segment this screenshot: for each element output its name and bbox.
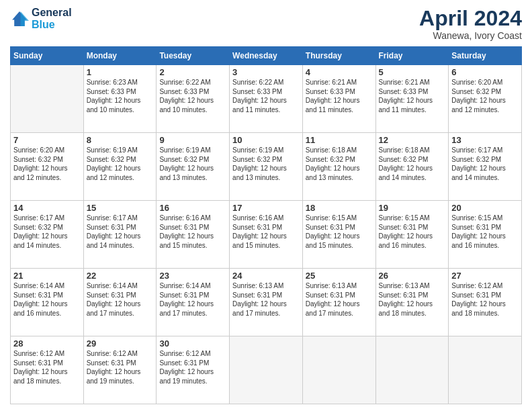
day-number: 26 bbox=[379, 271, 446, 281]
day-info: Sunrise: 6:17 AMSunset: 6:32 PMDaylight:… bbox=[451, 146, 519, 182]
calendar-cell bbox=[11, 65, 84, 133]
day-info: Sunrise: 6:12 AMSunset: 6:31 PMDaylight:… bbox=[13, 349, 81, 385]
day-info: Sunrise: 6:15 AMSunset: 6:31 PMDaylight:… bbox=[451, 214, 519, 250]
calendar-cell: 24Sunrise: 6:13 AMSunset: 6:31 PMDayligh… bbox=[230, 269, 303, 336]
calendar-cell: 10Sunrise: 6:19 AMSunset: 6:32 PMDayligh… bbox=[230, 133, 303, 201]
calendar-cell bbox=[302, 336, 375, 404]
calendar-cell: 19Sunrise: 6:15 AMSunset: 6:31 PMDayligh… bbox=[375, 201, 449, 269]
page-subtitle: Wanewa, Ivory Coast bbox=[419, 30, 522, 41]
day-number: 10 bbox=[232, 135, 300, 145]
day-info: Sunrise: 6:14 AMSunset: 6:31 PMDaylight:… bbox=[159, 281, 226, 318]
day-number: 3 bbox=[232, 67, 300, 77]
calendar-week-3: 14Sunrise: 6:17 AMSunset: 6:32 PMDayligh… bbox=[11, 201, 522, 269]
calendar-cell: 12Sunrise: 6:18 AMSunset: 6:32 PMDayligh… bbox=[375, 133, 449, 201]
day-number: 6 bbox=[451, 67, 519, 77]
day-number: 15 bbox=[87, 203, 154, 213]
day-number: 24 bbox=[232, 271, 300, 281]
calendar-cell: 29Sunrise: 6:12 AMSunset: 6:31 PMDayligh… bbox=[83, 336, 157, 404]
day-number: 27 bbox=[451, 271, 519, 281]
day-number: 25 bbox=[306, 271, 373, 281]
calendar-header-saturday: Saturday bbox=[449, 47, 522, 65]
calendar-cell: 1Sunrise: 6:23 AMSunset: 6:33 PMDaylight… bbox=[83, 65, 157, 133]
calendar-cell: 7Sunrise: 6:20 AMSunset: 6:32 PMDaylight… bbox=[11, 133, 84, 201]
day-number: 18 bbox=[306, 203, 373, 213]
day-number: 1 bbox=[87, 67, 154, 77]
day-info: Sunrise: 6:18 AMSunset: 6:32 PMDaylight:… bbox=[306, 146, 373, 182]
calendar-header-row: SundayMondayTuesdayWednesdayThursdayFrid… bbox=[11, 47, 522, 65]
day-info: Sunrise: 6:23 AMSunset: 6:33 PMDaylight:… bbox=[87, 78, 154, 114]
day-info: Sunrise: 6:13 AMSunset: 6:31 PMDaylight:… bbox=[232, 281, 300, 318]
calendar-cell: 26Sunrise: 6:13 AMSunset: 6:31 PMDayligh… bbox=[375, 269, 449, 336]
day-info: Sunrise: 6:14 AMSunset: 6:31 PMDaylight:… bbox=[87, 281, 154, 318]
calendar-header-tuesday: Tuesday bbox=[157, 47, 230, 65]
calendar-cell: 18Sunrise: 6:15 AMSunset: 6:31 PMDayligh… bbox=[302, 201, 375, 269]
calendar-cell: 14Sunrise: 6:17 AMSunset: 6:32 PMDayligh… bbox=[11, 201, 84, 269]
day-info: Sunrise: 6:16 AMSunset: 6:31 PMDaylight:… bbox=[232, 214, 300, 250]
calendar-cell: 13Sunrise: 6:17 AMSunset: 6:32 PMDayligh… bbox=[449, 133, 522, 201]
calendar-cell: 27Sunrise: 6:12 AMSunset: 6:31 PMDayligh… bbox=[449, 269, 522, 336]
calendar-cell: 17Sunrise: 6:16 AMSunset: 6:31 PMDayligh… bbox=[230, 201, 303, 269]
day-number: 8 bbox=[87, 135, 154, 145]
calendar-cell: 8Sunrise: 6:19 AMSunset: 6:32 PMDaylight… bbox=[83, 133, 157, 201]
calendar-header-sunday: Sunday bbox=[11, 47, 84, 65]
calendar-cell bbox=[375, 336, 449, 404]
page: General Blue April 2024 Wanewa, Ivory Co… bbox=[0, 0, 532, 411]
calendar-header-thursday: Thursday bbox=[302, 47, 375, 65]
day-number: 28 bbox=[13, 338, 81, 349]
day-info: Sunrise: 6:19 AMSunset: 6:32 PMDaylight:… bbox=[87, 146, 154, 182]
logo: General Blue bbox=[10, 7, 72, 30]
calendar-cell: 23Sunrise: 6:14 AMSunset: 6:31 PMDayligh… bbox=[157, 269, 230, 336]
calendar-cell: 30Sunrise: 6:12 AMSunset: 6:31 PMDayligh… bbox=[157, 336, 230, 404]
day-number: 5 bbox=[379, 67, 446, 77]
day-number: 16 bbox=[159, 203, 226, 213]
day-info: Sunrise: 6:22 AMSunset: 6:33 PMDaylight:… bbox=[232, 78, 300, 114]
day-number: 14 bbox=[13, 203, 81, 213]
day-number: 9 bbox=[159, 135, 226, 145]
day-info: Sunrise: 6:21 AMSunset: 6:33 PMDaylight:… bbox=[379, 78, 446, 114]
day-info: Sunrise: 6:13 AMSunset: 6:31 PMDaylight:… bbox=[379, 281, 446, 318]
day-info: Sunrise: 6:16 AMSunset: 6:31 PMDaylight:… bbox=[159, 214, 226, 250]
day-number: 30 bbox=[159, 338, 226, 349]
calendar-cell: 15Sunrise: 6:17 AMSunset: 6:31 PMDayligh… bbox=[83, 201, 157, 269]
day-info: Sunrise: 6:19 AMSunset: 6:32 PMDaylight:… bbox=[232, 146, 300, 182]
calendar-week-4: 21Sunrise: 6:14 AMSunset: 6:31 PMDayligh… bbox=[11, 269, 522, 336]
header: General Blue April 2024 Wanewa, Ivory Co… bbox=[10, 7, 522, 41]
day-info: Sunrise: 6:12 AMSunset: 6:31 PMDaylight:… bbox=[159, 349, 226, 385]
calendar-cell: 22Sunrise: 6:14 AMSunset: 6:31 PMDayligh… bbox=[83, 269, 157, 336]
day-number: 17 bbox=[232, 203, 300, 213]
page-title: April 2024 bbox=[419, 7, 522, 30]
day-number: 2 bbox=[159, 67, 226, 77]
day-number: 20 bbox=[451, 203, 519, 213]
calendar-cell: 6Sunrise: 6:20 AMSunset: 6:32 PMDaylight… bbox=[449, 65, 522, 133]
logo-text: General Blue bbox=[32, 7, 72, 30]
calendar-week-2: 7Sunrise: 6:20 AMSunset: 6:32 PMDaylight… bbox=[11, 133, 522, 201]
day-info: Sunrise: 6:21 AMSunset: 6:33 PMDaylight:… bbox=[306, 78, 373, 114]
svg-marker-1 bbox=[21, 11, 29, 26]
calendar-cell: 11Sunrise: 6:18 AMSunset: 6:32 PMDayligh… bbox=[302, 133, 375, 201]
day-number: 22 bbox=[87, 271, 154, 281]
day-number: 21 bbox=[13, 271, 81, 281]
calendar-week-1: 1Sunrise: 6:23 AMSunset: 6:33 PMDaylight… bbox=[11, 65, 522, 133]
day-number: 29 bbox=[87, 338, 154, 349]
calendar-cell: 20Sunrise: 6:15 AMSunset: 6:31 PMDayligh… bbox=[449, 201, 522, 269]
calendar-week-5: 28Sunrise: 6:12 AMSunset: 6:31 PMDayligh… bbox=[11, 336, 522, 404]
day-info: Sunrise: 6:17 AMSunset: 6:32 PMDaylight:… bbox=[13, 214, 81, 250]
title-block: April 2024 Wanewa, Ivory Coast bbox=[419, 7, 522, 41]
day-number: 7 bbox=[13, 135, 81, 145]
calendar-cell: 25Sunrise: 6:13 AMSunset: 6:31 PMDayligh… bbox=[302, 269, 375, 336]
calendar-cell bbox=[449, 336, 522, 404]
day-number: 11 bbox=[306, 135, 373, 145]
calendar-table: SundayMondayTuesdayWednesdayThursdayFrid… bbox=[10, 46, 522, 404]
day-info: Sunrise: 6:15 AMSunset: 6:31 PMDaylight:… bbox=[306, 214, 373, 250]
calendar-cell: 9Sunrise: 6:19 AMSunset: 6:32 PMDaylight… bbox=[157, 133, 230, 201]
day-number: 12 bbox=[379, 135, 446, 145]
calendar-cell: 3Sunrise: 6:22 AMSunset: 6:33 PMDaylight… bbox=[230, 65, 303, 133]
calendar-cell: 21Sunrise: 6:14 AMSunset: 6:31 PMDayligh… bbox=[11, 269, 84, 336]
calendar-cell bbox=[230, 336, 303, 404]
calendar-cell: 2Sunrise: 6:22 AMSunset: 6:33 PMDaylight… bbox=[157, 65, 230, 133]
day-info: Sunrise: 6:17 AMSunset: 6:31 PMDaylight:… bbox=[87, 214, 154, 250]
day-info: Sunrise: 6:22 AMSunset: 6:33 PMDaylight:… bbox=[159, 78, 226, 114]
day-number: 4 bbox=[306, 67, 373, 77]
day-number: 19 bbox=[379, 203, 446, 213]
day-info: Sunrise: 6:14 AMSunset: 6:31 PMDaylight:… bbox=[13, 281, 81, 318]
